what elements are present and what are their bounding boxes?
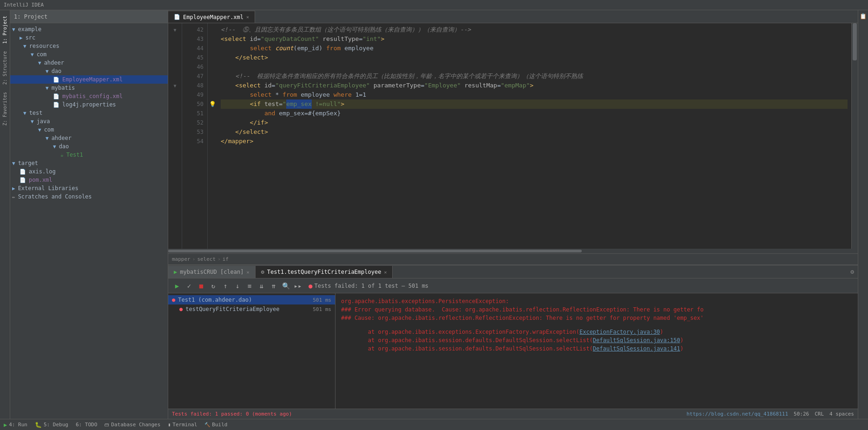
event-log-icon[interactable]: 📋: [859, 12, 868, 20]
tab-employee-mapper[interactable]: 📄 EmployeeMapper.xml ✕: [168, 11, 255, 23]
hscrollbar-thumb: [168, 250, 582, 252]
code-line-43: <select id="queryDataCount" resultType="…: [221, 34, 848, 44]
tree-item-target[interactable]: ▼ target: [10, 159, 168, 167]
test-method-label: testQueryFitCriteriaEmployee: [185, 306, 279, 312]
tree-item-pom[interactable]: 📄 pom.xml: [10, 176, 168, 184]
project-panel: 1: Project ▼ example ▶ src ▼ resources ▼…: [10, 10, 168, 419]
err-line-5: at org.apache.ibatis.session.defaults.De…: [341, 336, 852, 344]
folder-icon: ▼: [46, 135, 49, 141]
db-changes-btn[interactable]: 🗃 Database Changes: [105, 422, 160, 428]
terminal-icon: ▮: [168, 422, 171, 427]
terminal-btn[interactable]: ▮ Terminal: [168, 422, 197, 428]
err-spacer: [341, 322, 852, 328]
tree-label: EmployeeMapper.xml: [62, 76, 123, 83]
side-tabs: 1: Project 2: Structure Z: Favorites: [0, 10, 10, 419]
xml-icon: 📄: [53, 77, 59, 83]
fold-marker-42[interactable]: ▼: [168, 25, 182, 34]
code-editor[interactable]: <!-- ⑤、且因忘关有多条员工数组（这个语句可特别熟练（来自查询））（来自查询…: [217, 23, 851, 249]
top-bar: IntelliJ IDEA: [0, 0, 868, 10]
tree-label: ahdeer: [44, 60, 64, 66]
err-line-3: ### Cause: org.apache.ibatis.reflection.…: [341, 314, 852, 322]
folder-icon: ▼: [38, 127, 41, 133]
run-stop-button[interactable]: ■: [196, 281, 206, 291]
run-tab-test1[interactable]: ⚙ Test1.testQueryFitCriteriaEmployee ✕: [256, 266, 393, 278]
tree-item-resources[interactable]: ▼ resources: [10, 42, 168, 50]
tree-item-dao[interactable]: ▼ dao: [10, 67, 168, 75]
tree-item-external-libs[interactable]: ▶ External Libraries: [10, 184, 168, 192]
err-line-1: org.apache.ibatis.exceptions.Persistence…: [341, 297, 852, 305]
code-line-49: select * from employee where 1=1: [221, 90, 848, 99]
breadcrumb-mapper[interactable]: mapper: [172, 256, 191, 262]
build-label: Build: [212, 422, 227, 428]
tree-label: java: [37, 118, 50, 125]
tree-label: src: [26, 34, 36, 41]
todo-bottom-btn[interactable]: 6: TODO: [76, 422, 97, 428]
run-expand[interactable]: ⇊: [256, 281, 267, 291]
tree-item-log4j[interactable]: 📄 log4j.properties: [10, 100, 168, 109]
tree-item-com2[interactable]: ▼ com: [10, 126, 168, 134]
run-tree-view[interactable]: ≡: [244, 281, 255, 291]
hint-gutter: 💡: [208, 23, 217, 249]
run-tab-mybatiscrud[interactable]: ▶ mybatisCRUD [clean] ✕: [168, 266, 256, 278]
vscrollbar[interactable]: [851, 23, 858, 249]
side-tab-project[interactable]: 1: Project: [1, 12, 9, 47]
run-tab-test-close[interactable]: ✕: [384, 270, 387, 275]
hscrollbar[interactable]: [168, 249, 858, 253]
err-link-2[interactable]: DefaultSqlSession.java:150: [593, 337, 680, 344]
status-url: https://blog.csdn.net/qq_41868111: [686, 411, 788, 417]
tree-item-scratches[interactable]: ✏ Scratches and Consoles: [10, 192, 168, 201]
side-tab-structure[interactable]: 2: Structure: [1, 47, 9, 88]
run-more[interactable]: ▸▸: [293, 281, 303, 291]
tree-item-src[interactable]: ▶ src: [10, 33, 168, 42]
file-tree[interactable]: ▼ example ▶ src ▼ resources ▼ com ▼ ahde…: [10, 23, 168, 419]
test-tree[interactable]: ● Test1 (com.ahdeer.dao) 501 ms ● testQu…: [168, 293, 335, 409]
run-tab-close[interactable]: ✕: [247, 270, 250, 275]
code-line-47: <!-- 根据特定条件查询相应的所有符合条件的员工（比如按性别，年龄，名字中的某…: [221, 72, 848, 81]
tab-close-icon[interactable]: ✕: [246, 14, 249, 20]
tree-item-com[interactable]: ▼ com: [10, 50, 168, 59]
run-label: 4: Run: [9, 422, 27, 428]
run-check-button[interactable]: ✓: [184, 281, 194, 291]
right-vertical-icons: 📋: [858, 10, 868, 419]
build-btn[interactable]: 🔨 Build: [204, 422, 227, 428]
run-play-button[interactable]: ▶: [172, 281, 182, 291]
run-settings-gear[interactable]: ⚙: [847, 265, 858, 278]
tree-label: Test1: [66, 152, 83, 158]
debug-bottom-btn[interactable]: 🐛 5: Debug: [35, 422, 68, 428]
todo-label: 6: TODO: [76, 422, 97, 428]
folder-icon: ▼: [38, 60, 41, 66]
tree-item-example[interactable]: ▼ example: [10, 25, 168, 33]
tree-item-dao2[interactable]: ▼ dao: [10, 142, 168, 151]
run-search[interactable]: 🔍: [281, 281, 291, 291]
err-link-3[interactable]: DefaultSqlSession.java:141: [593, 345, 680, 352]
code-line-54: </mapper>: [221, 137, 848, 146]
tree-item-ahdeer[interactable]: ▼ ahdeer: [10, 59, 168, 67]
breadcrumb-if[interactable]: if: [223, 256, 229, 262]
test-item-test1[interactable]: ● Test1 (com.ahdeer.dao) 501 ms: [168, 295, 335, 304]
tree-label: log4j.properties: [62, 101, 116, 108]
fold-marker-46: [168, 62, 182, 72]
tree-label: resources: [29, 43, 59, 49]
tree-item-java[interactable]: ▼ java: [10, 117, 168, 126]
scratches-icon: ✏: [12, 194, 15, 200]
tree-item-mybatis[interactable]: ▼ mybatis: [10, 84, 168, 92]
tree-item-ahdeer2[interactable]: ▼ ahdeer: [10, 134, 168, 142]
test-item-testquerycriteria[interactable]: ● testQueryFitCriteriaEmployee 501 ms: [168, 304, 335, 314]
tree-item-test[interactable]: ▼ test: [10, 109, 168, 117]
tree-item-employee-mapper[interactable]: 📄 EmployeeMapper.xml: [10, 75, 168, 84]
main-layout: 1: Project 2: Structure Z: Favorites 1: …: [0, 10, 868, 419]
hint-bulb-50[interactable]: 💡: [208, 99, 217, 109]
tree-item-axis-log[interactable]: 📄 axis.log: [10, 167, 168, 176]
breadcrumb-select[interactable]: select: [197, 256, 216, 262]
run-bottom-btn[interactable]: ▶ 4: Run: [4, 422, 27, 428]
side-tab-favorites[interactable]: Z: Favorites: [1, 88, 9, 129]
run-collapse[interactable]: ⇈: [269, 281, 279, 291]
err-link-1[interactable]: ExceptionFactory.java:30: [579, 329, 660, 335]
fold-marker-48[interactable]: ▼: [168, 81, 182, 90]
tree-item-test1[interactable]: ☕ Test1: [10, 151, 168, 159]
fold-marker-53: [168, 127, 182, 137]
run-sort-desc[interactable]: ↓: [232, 281, 243, 291]
run-rerun-button[interactable]: ↻: [208, 281, 218, 291]
run-sort-asc[interactable]: ↑: [220, 281, 230, 291]
tree-item-mybatis-config[interactable]: 📄 mybatis_config.xml: [10, 92, 168, 100]
